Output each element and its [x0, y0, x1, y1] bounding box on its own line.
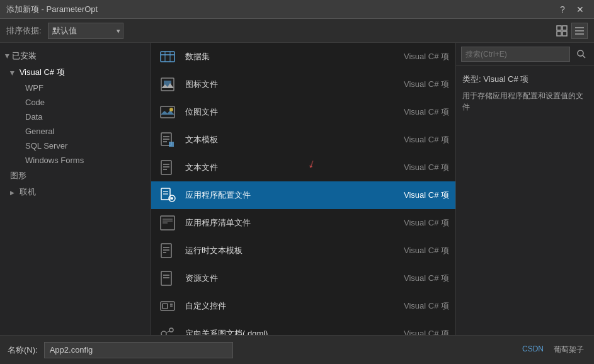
- item-category: Visual C# 项: [399, 79, 449, 90]
- item-name: 图标文件: [185, 79, 391, 90]
- sidebar-item-wpf[interactable]: WPF: [0, 81, 151, 95]
- svg-rect-3: [563, 31, 567, 36]
- sidebar-item-graphics[interactable]: 图形: [0, 168, 151, 184]
- list-item-resource-file[interactable]: 资源文件 Visual C# 项: [151, 264, 455, 292]
- item-category: Visual C# 项: [399, 328, 449, 335]
- list-item-app-config[interactable]: 应用程序配置文件 Visual C# 项: [151, 181, 455, 209]
- sort-select[interactable]: 默认值: [48, 23, 123, 39]
- dataset-icon: [157, 47, 178, 67]
- item-name: 文本文件: [185, 162, 391, 173]
- item-category: Visual C# 项: [399, 273, 449, 284]
- grid-view-button[interactable]: [554, 23, 570, 39]
- list-item-app-manifest[interactable]: 应用程序清单文件 Visual C# 项: [151, 209, 455, 237]
- help-button[interactable]: ?: [555, 3, 570, 16]
- info-panel: 类型: Visual C# 项 用于存储应用程序配置和设置值的文件: [456, 66, 594, 335]
- svg-rect-1: [563, 26, 567, 30]
- sidebar-item-label: Code: [25, 98, 45, 107]
- item-category: Visual C# 项: [399, 106, 449, 118]
- list-icon: [574, 25, 585, 37]
- sidebar-item-label: Visual C# 项: [20, 67, 65, 77]
- dialog-title: 添加新项 - ParameterOpt: [6, 4, 555, 15]
- svg-marker-21: [169, 142, 174, 147]
- list-item-bitmap-file[interactable]: 位图文件 Visual C# 项: [151, 98, 455, 126]
- view-toggle: [554, 23, 588, 39]
- sidebar-item-label: 联机: [20, 187, 36, 196]
- svg-point-51: [578, 50, 583, 56]
- app-config-icon: [157, 185, 178, 205]
- bottom-buttons: CSDN 葡萄架子: [517, 344, 586, 355]
- expand-online-icon: ▶: [10, 190, 14, 196]
- list-item-text-file[interactable]: 文本文件 Visual C# 项: [151, 154, 455, 181]
- sort-select-wrapper: 默认值: [48, 23, 123, 39]
- toolbar: 排序依据: 默认值: [0, 19, 594, 43]
- svg-rect-7: [161, 52, 174, 62]
- window-controls: ? ✕: [555, 3, 588, 16]
- sidebar-item-label: General: [25, 127, 54, 136]
- sidebar-item-general[interactable]: General: [0, 124, 151, 139]
- search-bar: [456, 43, 594, 66]
- search-icon: [576, 49, 586, 59]
- sidebar-item-visual-csharp[interactable]: ▶ Visual C# 项: [0, 64, 151, 81]
- item-category: Visual C# 项: [399, 162, 449, 173]
- svg-point-16: [169, 108, 173, 111]
- list-view-button[interactable]: [571, 23, 588, 39]
- svg-rect-22: [161, 161, 171, 174]
- sidebar-item-windows-forms[interactable]: Windows Forms: [0, 153, 151, 168]
- type-label: 类型: Visual C# 项: [462, 74, 588, 85]
- center-list: 数据集 Visual C# 项 图标文件 Visual C# 项: [151, 43, 455, 335]
- type-description: 用于存储应用程序配置和设置值的文件: [462, 90, 588, 113]
- installed-section[interactable]: ▶ 已安装: [0, 48, 151, 64]
- close-button[interactable]: ✕: [573, 3, 588, 16]
- text-template-icon: [157, 130, 178, 150]
- item-name: 定向关系图文档(.dgml): [185, 328, 391, 335]
- list-item-text-template[interactable]: 文本模板 Visual C# 项: [151, 126, 455, 154]
- expand-icon: ▶: [4, 54, 11, 59]
- sidebar-item-label: Windows Forms: [25, 156, 84, 165]
- svg-point-30: [171, 197, 173, 200]
- item-category: Visual C# 项: [399, 217, 449, 229]
- runtime-template-icon: [157, 241, 178, 261]
- sidebar-item-data[interactable]: Data: [0, 110, 151, 124]
- list-item-icon-file[interactable]: 图标文件 Visual C# 项: [151, 71, 455, 98]
- installed-label: 已安装: [12, 50, 37, 62]
- item-name: 自定义控件: [185, 300, 391, 312]
- list-item-custom-control[interactable]: 自定义控件 Visual C# 项: [151, 292, 455, 320]
- sidebar: ▶ 已安装 ▶ Visual C# 项 WPF Code Data Genera…: [0, 43, 151, 335]
- svg-rect-35: [161, 244, 171, 258]
- item-name: 应用程序配置文件: [185, 190, 391, 201]
- sidebar-item-code[interactable]: Code: [0, 95, 151, 110]
- custom-control-icon: [157, 296, 178, 316]
- sidebar-item-online[interactable]: ▶ 联机: [0, 184, 151, 200]
- svg-rect-43: [163, 304, 168, 309]
- dgml-icon: [157, 324, 178, 335]
- item-category: Visual C# 项: [399, 134, 449, 145]
- item-name: 应用程序清单文件: [185, 217, 391, 229]
- svg-point-47: [169, 328, 173, 332]
- icon-file-icon: [157, 74, 178, 94]
- item-name: 位图文件: [185, 106, 391, 118]
- bottom-bar: 名称(N): CSDN 葡萄架子: [0, 335, 594, 364]
- item-category: Visual C# 项: [399, 300, 449, 312]
- watermark-platform: CSDN: [517, 344, 549, 355]
- bitmap-file-icon: [157, 102, 178, 122]
- list-item-dataset[interactable]: 数据集 Visual C# 项: [151, 43, 455, 71]
- search-input[interactable]: [461, 47, 570, 62]
- sidebar-item-sql-server[interactable]: SQL Server: [0, 139, 151, 153]
- svg-rect-2: [557, 31, 561, 36]
- resource-file-icon: [157, 268, 178, 288]
- search-button[interactable]: [574, 47, 589, 62]
- sort-label: 排序依据:: [6, 25, 42, 37]
- item-category: Visual C# 项: [399, 245, 449, 256]
- list-item-runtime-template[interactable]: 运行时文本模板 Visual C# 项: [151, 237, 455, 264]
- svg-line-49: [166, 331, 169, 333]
- item-name: 资源文件: [185, 273, 391, 284]
- name-input[interactable]: [44, 342, 233, 358]
- sidebar-item-label: SQL Server: [25, 141, 67, 151]
- grid-icon: [556, 25, 568, 37]
- item-category: Visual C# 项: [399, 51, 449, 62]
- main-container: 排序依据: 默认值: [0, 19, 594, 364]
- list-item-dgml[interactable]: 定向关系图文档(.dgml) Visual C# 项: [151, 320, 455, 335]
- sidebar-item-label: WPF: [25, 83, 43, 93]
- item-name: 数据集: [185, 51, 391, 62]
- svg-line-52: [583, 55, 585, 58]
